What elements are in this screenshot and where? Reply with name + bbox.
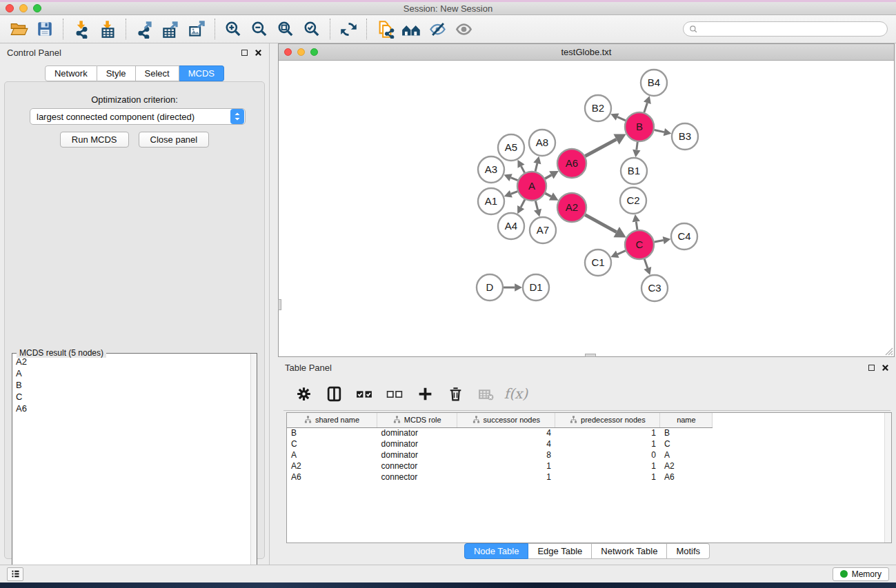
- zoom-out-icon[interactable]: [246, 17, 272, 41]
- table-row-B[interactable]: Bdominator41B: [287, 427, 891, 438]
- graph-node-B[interactable]: B: [625, 112, 654, 141]
- cell[interactable]: 4: [457, 427, 555, 438]
- cell[interactable]: 4: [457, 438, 555, 449]
- save-session-icon[interactable]: [32, 17, 58, 41]
- zoom-in-icon[interactable]: [220, 17, 246, 41]
- graph-node-D[interactable]: D: [477, 274, 503, 301]
- graph-node-A2[interactable]: A2: [557, 193, 586, 222]
- float-table-panel-icon[interactable]: [868, 365, 875, 371]
- delete-column-icon[interactable]: [445, 383, 466, 404]
- cell[interactable]: B: [287, 427, 377, 438]
- duplicate-network-icon[interactable]: [372, 17, 398, 41]
- graph-node-C2[interactable]: C2: [620, 187, 646, 214]
- cell[interactable]: A2: [660, 460, 713, 472]
- cell[interactable]: C: [660, 438, 713, 449]
- graph-node-C3[interactable]: C3: [641, 275, 668, 301]
- edge-B-B4[interactable]: [644, 103, 648, 112]
- graph-node-C[interactable]: C: [625, 230, 654, 259]
- graph-node-A1[interactable]: A1: [478, 188, 504, 214]
- graph-node-C1[interactable]: C1: [585, 250, 611, 276]
- cell[interactable]: dominator: [377, 438, 457, 449]
- network-zoom-button[interactable]: [310, 48, 318, 56]
- graph-node-A7[interactable]: A7: [530, 217, 556, 243]
- table-row-A[interactable]: Adominator80A: [287, 449, 891, 460]
- home-icon[interactable]: [398, 17, 424, 41]
- column-header-name[interactable]: name: [660, 413, 713, 427]
- zoom-fit-icon[interactable]: [272, 17, 299, 41]
- column-header-shared-name[interactable]: shared name: [287, 413, 377, 427]
- edge-B-B2[interactable]: [617, 117, 626, 121]
- memory-button[interactable]: Memory: [833, 567, 889, 581]
- import-table-icon[interactable]: [94, 17, 121, 41]
- minimize-window-button[interactable]: [19, 4, 28, 12]
- cell[interactable]: 0: [555, 449, 660, 460]
- cell[interactable]: 1: [457, 460, 555, 472]
- export-table-icon[interactable]: [157, 17, 183, 41]
- add-column-icon[interactable]: [415, 383, 435, 404]
- graph-node-A5[interactable]: A5: [498, 134, 524, 161]
- network-canvas[interactable]: AA1A2A3A4A5A6A7A8BB1B2B3B4CC1C2C3C4DD1: [279, 61, 894, 356]
- table-row-A6[interactable]: A6connector11A6: [287, 472, 891, 483]
- graph-node-A6[interactable]: A6: [557, 149, 586, 178]
- column-header-MCDS-role[interactable]: MCDS role: [377, 413, 457, 427]
- export-network-icon[interactable]: [131, 17, 157, 41]
- splitter-handle-left[interactable]: [278, 299, 281, 310]
- cell[interactable]: connector: [377, 472, 457, 483]
- refresh-layout-icon[interactable]: [335, 17, 361, 41]
- run-mcds-button[interactable]: Run MCDS: [60, 132, 129, 148]
- edge-A6-B[interactable]: [585, 139, 616, 156]
- cell[interactable]: A: [287, 449, 377, 460]
- tab-motifs[interactable]: Motifs: [667, 543, 710, 559]
- tab-edge-table[interactable]: Edge Table: [528, 543, 592, 559]
- edge-A-A4[interactable]: [521, 200, 525, 207]
- close-panel-icon[interactable]: [255, 49, 262, 57]
- graph-node-B3[interactable]: B3: [672, 123, 698, 150]
- graph-node-C4[interactable]: C4: [671, 223, 697, 250]
- cell[interactable]: A2: [287, 460, 377, 472]
- zoom-window-button[interactable]: [33, 4, 41, 12]
- mcds-result-item[interactable]: A: [13, 367, 250, 379]
- show-eye-icon[interactable]: [450, 17, 477, 41]
- cell[interactable]: 1: [555, 460, 660, 472]
- search-input[interactable]: [701, 24, 882, 34]
- import-network-icon[interactable]: [68, 17, 94, 41]
- hide-panel-icon[interactable]: [424, 17, 450, 41]
- task-history-button[interactable]: [7, 567, 23, 581]
- graph-node-B4[interactable]: B4: [641, 70, 667, 96]
- table-settings-gear-icon[interactable]: [293, 383, 314, 404]
- cell[interactable]: dominator: [377, 449, 457, 460]
- edge-A-A3[interactable]: [511, 178, 518, 181]
- edge-B-B3[interactable]: [655, 130, 664, 132]
- edge-A-A8[interactable]: [535, 163, 537, 172]
- mcds-result-item[interactable]: C: [13, 391, 250, 403]
- network-close-button[interactable]: [284, 48, 292, 56]
- edge-C-C4[interactable]: [655, 241, 664, 242]
- search-field[interactable]: [683, 21, 888, 37]
- cell[interactable]: C: [287, 438, 377, 449]
- edge-A-A7[interactable]: [535, 201, 537, 210]
- window-resize-grip[interactable]: [884, 346, 893, 356]
- table-row-A2[interactable]: A2connector11A2: [287, 460, 891, 472]
- optimization-criterion-dropdown[interactable]: largest connected component (directed): [30, 108, 246, 125]
- cell[interactable]: B: [660, 427, 713, 438]
- edge-B-B1[interactable]: [637, 142, 637, 150]
- splitter-handle-bottom[interactable]: [585, 354, 596, 357]
- float-panel-icon[interactable]: [241, 50, 248, 56]
- cell[interactable]: dominator: [377, 427, 457, 438]
- cell[interactable]: 1: [555, 438, 660, 449]
- cell[interactable]: 1: [457, 472, 555, 483]
- graph-node-D1[interactable]: D1: [523, 274, 549, 301]
- cell[interactable]: 8: [457, 449, 555, 460]
- close-window-button[interactable]: [6, 4, 14, 12]
- edge-C-C1[interactable]: [617, 251, 626, 254]
- table-scrollbar[interactable]: [884, 413, 891, 543]
- cell[interactable]: A: [660, 449, 713, 460]
- cell[interactable]: 1: [555, 427, 660, 438]
- graph-node-A4[interactable]: A4: [498, 213, 524, 239]
- edge-A2-C[interactable]: [585, 215, 616, 232]
- export-image-icon[interactable]: [183, 17, 210, 41]
- edge-C-C2[interactable]: [636, 221, 637, 230]
- zoom-selected-icon[interactable]: [299, 17, 325, 41]
- edge-C-C3[interactable]: [644, 259, 648, 268]
- graph-node-B1[interactable]: B1: [621, 158, 647, 184]
